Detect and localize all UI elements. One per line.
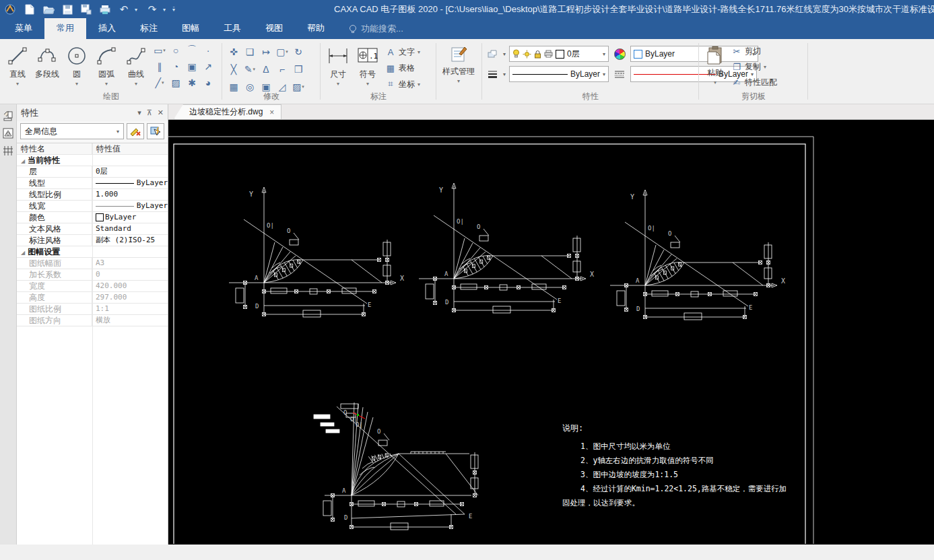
axis-tool-icon[interactable]: ▣ (185, 59, 199, 74)
rectangle-tool-icon[interactable]: ▭▾ (152, 43, 167, 58)
menu-tab-0[interactable]: 菜单 (3, 18, 44, 39)
selection-scope-combobox[interactable]: 全局信息 ▾ (20, 123, 124, 139)
collapse-triangle-icon[interactable]: ◢ (21, 250, 25, 256)
paste-button[interactable]: 粘贴 ▾ (702, 42, 729, 92)
move-tool-icon[interactable]: ✜ (226, 44, 241, 59)
undo-icon[interactable]: ↶ (116, 2, 132, 17)
palette-close-icon[interactable]: ✕ (158, 108, 164, 117)
polyline-tool-icon (37, 46, 57, 66)
dashed-box-tool-icon[interactable]: ▢▾ (275, 44, 290, 59)
menu-tab-2[interactable]: 插入 (86, 18, 128, 39)
quick-select-button[interactable] (147, 123, 164, 139)
lineweight-icon[interactable] (485, 67, 500, 81)
ribbon-group-properties: ▾ 0层 ▾ ByLayer ▾ (482, 39, 699, 104)
drawing-region: 边坡稳定性分析.dwg × YXO|OADEYXO|OADEYXO|OADEOO… (168, 104, 934, 545)
spline-tool-button[interactable]: 曲线▾ (121, 42, 151, 92)
edit-pencil-tool-icon[interactable]: ✎▾ (242, 62, 257, 77)
save-icon[interactable] (59, 2, 75, 17)
grid-palette-icon[interactable] (2, 145, 14, 157)
lineweight-dropdown-icon[interactable]: ▾ (503, 71, 506, 77)
print-icon[interactable] (97, 2, 113, 17)
new-file-icon[interactable] (22, 2, 38, 17)
document-tab-close-icon[interactable]: × (269, 108, 274, 117)
layer-swatch (556, 50, 564, 59)
ellipse-tool-icon[interactable]: ○ (168, 43, 183, 58)
text-tool-button[interactable]: A文字▾ (382, 44, 423, 59)
sun-icon (523, 50, 531, 59)
style-manager-dropdown-icon[interactable]: ▾ (457, 78, 460, 84)
rotate-tool-icon[interactable]: ↻ (291, 44, 306, 59)
leader-arrow-tool-icon[interactable]: ↗ (201, 59, 215, 74)
style-manager-button[interactable]: 样式管理 ▾ (439, 42, 478, 92)
library-palette-icon[interactable] (2, 127, 14, 139)
line-tool-button[interactable]: 直线▾ (3, 42, 32, 92)
palette-collapse-icon[interactable]: ▾ (137, 108, 141, 117)
collapse-triangle-icon[interactable]: ◢ (21, 158, 25, 164)
menu-tab-4[interactable]: 图幅 (170, 18, 211, 39)
linetype-combobox[interactable]: ByLayer ▾ (509, 66, 609, 82)
coordinate-tool-button[interactable]: ⌗坐标▾ (382, 77, 423, 92)
svg-text:D: D (636, 306, 640, 312)
fill-hatch-tool-icon[interactable]: ▨ (168, 75, 183, 90)
function-search[interactable]: 功能搜索... (349, 23, 403, 39)
redo-icon[interactable]: ↷ (144, 2, 160, 17)
menu-tab-3[interactable]: 标注 (128, 18, 170, 39)
properties-palette-icon[interactable] (2, 110, 14, 122)
group-label-properties: 特性 (482, 91, 699, 102)
selection-scope-dropdown-icon[interactable]: ▾ (116, 129, 119, 135)
linetype-dropdown-icon[interactable]: ▾ (603, 71, 605, 77)
frame-tool-icon[interactable]: ❏ (242, 44, 257, 59)
linetype-rich-icon[interactable] (612, 67, 627, 81)
cut-button[interactable]: ✂剪切 (729, 44, 780, 59)
palette-pin-icon[interactable]: ⊼ (147, 108, 152, 117)
svg-text:A: A (636, 277, 640, 284)
menu-tab-5[interactable]: 工具 (211, 18, 253, 39)
menu-tab-7[interactable]: 帮助 (295, 18, 337, 39)
edit-cancel-button[interactable] (127, 123, 144, 139)
redo-dropdown-icon[interactable]: ▾ (163, 7, 170, 13)
layer-tool-icon[interactable] (485, 46, 500, 61)
curve-segment-tool-icon[interactable]: ⌒ (185, 43, 199, 58)
layer-tool-dropdown-icon[interactable]: ▾ (503, 51, 506, 57)
circle-tool-icon (67, 46, 87, 66)
linetype-value: ByLayer (570, 69, 600, 79)
ribbon-group-style: 样式管理 ▾ (436, 39, 482, 104)
trim-tool-icon[interactable]: ╳ (226, 62, 241, 77)
paste-dropdown-icon[interactable]: ▾ (714, 79, 716, 85)
extend-tool-icon[interactable]: ↦ (259, 44, 273, 59)
svg-text:O|: O| (648, 225, 655, 232)
open-file-icon[interactable] (40, 2, 57, 17)
customize-qat-icon[interactable]: ▾̄ (172, 7, 179, 13)
arc-tool-icon (96, 46, 116, 66)
document-tab[interactable]: 边坡稳定性分析.dwg × (174, 104, 281, 119)
color-wheel-icon[interactable] (612, 46, 627, 61)
table-tool-button[interactable]: ▦表格 (382, 61, 423, 75)
svg-text:X: X (590, 271, 594, 278)
block-tool-icon[interactable]: ✱ (185, 75, 199, 90)
app-logo-icon[interactable] (1, 2, 19, 17)
drawing-canvas[interactable]: YXO|OADEYXO|OADEYXO|OADEOO|O|OADE说明:1、图中… (168, 120, 934, 545)
polyline-tool-button[interactable]: 多段线 (32, 42, 62, 92)
save-as-icon[interactable] (78, 2, 94, 17)
view-tool-icon[interactable]: ❒ (291, 62, 306, 77)
hatch-line-tool-icon[interactable]: ╱▾ (152, 75, 167, 90)
svg-text:D: D (344, 514, 347, 521)
svg-text:O: O (668, 230, 671, 237)
layer-dropdown-icon[interactable]: ▾ (603, 51, 605, 57)
match-properties-button[interactable]: ✍特性匹配 (729, 75, 780, 90)
undo-dropdown-icon[interactable]: ▾ (135, 7, 141, 13)
circle-tool-button[interactable]: 圆▾ (62, 42, 92, 92)
area-tool-icon[interactable]: ◕ (201, 75, 215, 90)
copy-button[interactable]: ❐复制▾ (729, 60, 780, 74)
parallel-line-tool-icon[interactable]: ∥ (152, 59, 167, 74)
symbol-tool-button[interactable]: .1符号▾ (353, 42, 382, 92)
stretch-tool-icon[interactable]: ⌐ (275, 62, 290, 77)
dimension-tool-button[interactable]: 尺寸▾ (323, 42, 353, 92)
layer-combobox[interactable]: 0层 ▾ (509, 46, 609, 62)
arc-tool-button[interactable]: 圆弧▾ (92, 42, 121, 92)
region-tool-icon[interactable]: ◔ (168, 59, 183, 74)
menu-tab-6[interactable]: 视图 (253, 18, 295, 39)
point-tool-icon[interactable]: · (201, 43, 215, 58)
mirror-tool-icon[interactable]: Δ (259, 62, 273, 77)
menu-tab-1[interactable]: 常用 (44, 18, 86, 39)
